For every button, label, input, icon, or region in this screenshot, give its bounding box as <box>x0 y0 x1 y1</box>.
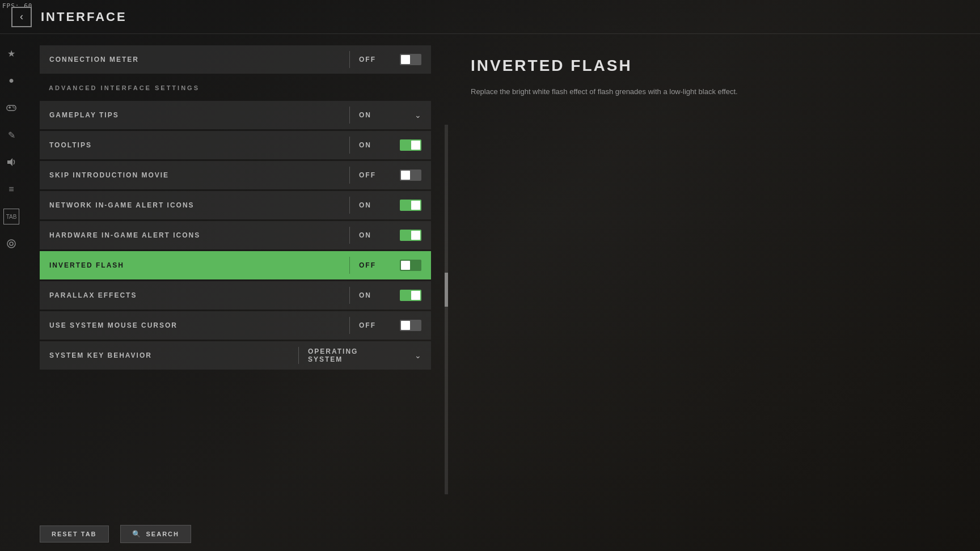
setting-row-parallax[interactable]: PARALLAX EFFECTS ON <box>40 281 431 310</box>
toggle-switch-hardware-alert[interactable] <box>400 230 421 241</box>
toggle-switch-system-cursor[interactable] <box>400 320 421 331</box>
sidebar-icon-tag[interactable]: TAB <box>3 209 19 224</box>
detail-title: INVERTED FLASH <box>471 57 957 75</box>
chevron-down-icon: ⌄ <box>415 351 421 360</box>
toggle-knob <box>411 231 420 240</box>
sidebar-icon-antenna[interactable] <box>3 236 19 252</box>
setting-value-inverted-flash: OFF <box>359 261 393 269</box>
divider <box>349 137 350 154</box>
advanced-settings-header: ADVANCED INTERFACE SETTINGS <box>40 75 431 99</box>
section-header-text: ADVANCED INTERFACE SETTINGS <box>49 84 200 91</box>
setting-value-gameplay-tips: ON <box>359 111 393 119</box>
sidebar-icon-star[interactable]: ★ <box>3 45 19 61</box>
sidebar-icon-list[interactable]: ≡ <box>3 181 19 197</box>
setting-name-inverted-flash: INVERTED FLASH <box>49 261 340 269</box>
toggle-network-alert[interactable] <box>393 200 421 211</box>
search-icon: 🔍 <box>132 530 142 538</box>
toggle-knob <box>411 291 420 300</box>
main-content: CONNECTION METER OFF ADVANCED INTERFACE … <box>23 34 980 551</box>
setting-value-system-cursor: OFF <box>359 321 393 329</box>
divider <box>349 51 350 68</box>
toggle-skip-intro[interactable] <box>393 169 421 181</box>
toggle-hardware-alert[interactable] <box>393 230 421 241</box>
setting-value-skip-intro: OFF <box>359 171 393 179</box>
setting-row-system-cursor[interactable]: USE SYSTEM MOUSE CURSOR OFF <box>40 311 431 340</box>
header: ‹ INTERFACE <box>0 0 980 34</box>
page-title: INTERFACE <box>41 10 127 24</box>
toggle-knob <box>401 55 410 64</box>
divider <box>349 197 350 214</box>
svg-point-6 <box>7 240 15 248</box>
divider <box>349 227 350 244</box>
setting-name-gameplay-tips: GAMEPLAY TIPS <box>49 111 340 119</box>
svg-point-4 <box>14 108 15 109</box>
setting-value-hardware-alert: ON <box>359 231 393 239</box>
setting-name-tooltips: TOOLTIPS <box>49 141 340 149</box>
toggle-system-cursor[interactable] <box>393 320 421 331</box>
setting-row-skip-intro[interactable]: SKIP INTRODUCTION MOVIE OFF <box>40 161 431 189</box>
back-arrow-icon: ‹ <box>20 11 23 23</box>
setting-value-tooltips: ON <box>359 141 393 149</box>
toggle-parallax[interactable] <box>393 290 421 301</box>
sidebar-icon-edit[interactable]: ✎ <box>3 127 19 143</box>
divider <box>349 107 350 124</box>
chevron-down-icon: ⌄ <box>415 111 421 120</box>
setting-value-system-key: OPERATING SYSTEM <box>308 347 393 363</box>
sidebar-icon-speaker[interactable] <box>3 154 19 170</box>
toggle-tooltips[interactable] <box>393 139 421 151</box>
toggle-knob <box>411 201 420 210</box>
scrollbar-track[interactable] <box>445 125 448 494</box>
detail-description: Replace the bright white flash effect of… <box>471 86 754 98</box>
toggle-switch-parallax[interactable] <box>400 290 421 301</box>
setting-row-gameplay-tips[interactable]: GAMEPLAY TIPS ON ⌄ <box>40 101 431 129</box>
divider <box>349 287 350 304</box>
setting-row-inverted-flash[interactable]: INVERTED FLASH OFF <box>40 251 431 279</box>
setting-row-system-key[interactable]: SYSTEM KEY BEHAVIOR OPERATING SYSTEM ⌄ <box>40 341 431 370</box>
setting-value-connection-meter: OFF <box>359 56 393 63</box>
reset-tab-button[interactable]: RESET TAB <box>40 525 109 542</box>
setting-name-parallax: PARALLAX EFFECTS <box>49 291 340 299</box>
reset-tab-label: RESET TAB <box>52 531 97 537</box>
svg-point-3 <box>12 107 14 108</box>
svg-rect-2 <box>10 107 11 109</box>
sidebar-icon-controller[interactable] <box>3 100 19 116</box>
divider <box>349 167 350 184</box>
toggle-switch-network-alert[interactable] <box>400 200 421 211</box>
detail-panel: INVERTED FLASH Replace the bright white … <box>448 34 980 551</box>
setting-name-connection-meter: CONNECTION METER <box>49 56 340 63</box>
divider <box>349 257 350 274</box>
search-label: SEARCH <box>146 531 179 537</box>
sidebar-left: ★ ● ✎ ≡ TAB <box>0 34 23 551</box>
setting-value-parallax: ON <box>359 291 393 299</box>
back-button[interactable]: ‹ <box>11 7 32 27</box>
setting-name-system-key: SYSTEM KEY BEHAVIOR <box>49 351 289 359</box>
setting-row-connection-meter[interactable]: CONNECTION METER OFF <box>40 45 431 74</box>
toggle-knob <box>401 321 410 330</box>
dropdown-gameplay-tips[interactable]: ⌄ <box>393 111 421 120</box>
toggle-knob <box>401 261 410 270</box>
settings-panel: CONNECTION METER OFF ADVANCED INTERFACE … <box>23 34 448 551</box>
toggle-inverted-flash[interactable] <box>393 260 421 271</box>
setting-name-system-cursor: USE SYSTEM MOUSE CURSOR <box>49 321 340 329</box>
divider <box>349 317 350 334</box>
setting-row-tooltips[interactable]: TOOLTIPS ON <box>40 131 431 159</box>
setting-row-hardware-alert[interactable]: HARDWARE IN-GAME ALERT ICONS ON <box>40 221 431 249</box>
toggle-switch-inverted-flash[interactable] <box>400 260 421 271</box>
setting-value-network-alert: ON <box>359 201 393 209</box>
bottom-bar: RESET TAB 🔍 SEARCH <box>23 517 980 551</box>
divider <box>298 347 299 364</box>
setting-name-network-alert: NETWORK IN-GAME ALERT ICONS <box>49 201 340 209</box>
toggle-switch-tooltips[interactable] <box>400 139 421 151</box>
setting-name-hardware-alert: HARDWARE IN-GAME ALERT ICONS <box>49 231 340 239</box>
toggle-knob <box>401 171 410 180</box>
toggle-switch-connection-meter[interactable] <box>400 54 421 65</box>
toggle-connection-meter[interactable] <box>393 54 421 65</box>
sidebar-icon-person[interactable]: ● <box>3 73 19 88</box>
toggle-switch-skip-intro[interactable] <box>400 169 421 181</box>
scrollbar-thumb[interactable] <box>445 273 448 307</box>
setting-name-skip-intro: SKIP INTRODUCTION MOVIE <box>49 171 340 179</box>
svg-marker-5 <box>7 158 12 166</box>
dropdown-system-key[interactable]: ⌄ <box>393 351 421 360</box>
search-button[interactable]: 🔍 SEARCH <box>120 525 191 543</box>
setting-row-network-alert[interactable]: NETWORK IN-GAME ALERT ICONS ON <box>40 191 431 219</box>
